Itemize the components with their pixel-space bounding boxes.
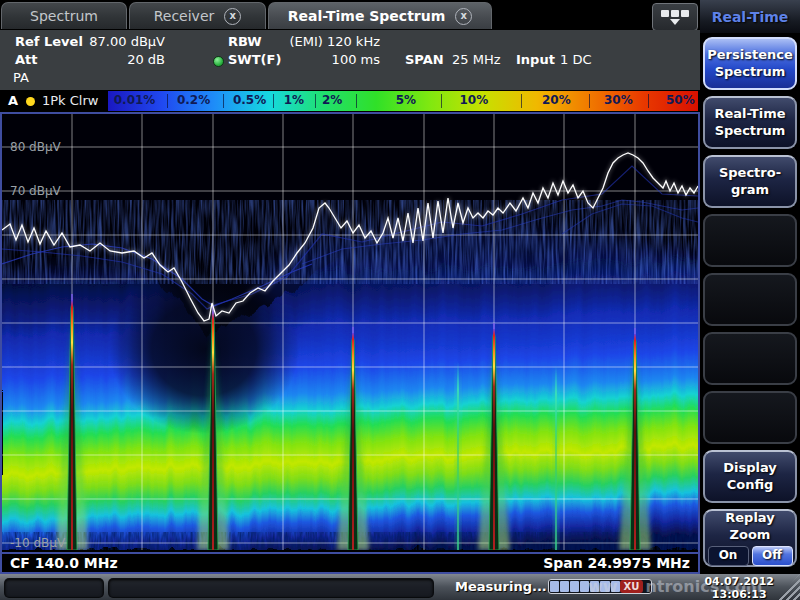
- softkey-softkey-5: [703, 273, 797, 326]
- date-text: 04.07.2012: [704, 576, 774, 589]
- ref-level-value: 87.00 dBµV: [70, 34, 165, 49]
- softkey-softkey-4: [703, 214, 797, 267]
- softkey-label: Spectro- gram: [719, 165, 781, 198]
- trace-bar: A 1Pk Clrw 0.01%0.2%0.5%1%2%5%10%20%30%5…: [0, 90, 700, 112]
- scale-label: 30%: [604, 93, 633, 107]
- resize-grip-icon: [776, 574, 800, 600]
- window-layout-button[interactable]: [652, 3, 698, 31]
- tab-close-icon[interactable]: x: [455, 8, 472, 25]
- svg-text:80 dBµV: 80 dBµV: [10, 140, 62, 154]
- scale-label: 0.01%: [114, 93, 156, 107]
- scale-label: 50%: [666, 93, 695, 107]
- sweep-led-icon: [213, 56, 224, 67]
- window-label: A: [8, 93, 18, 108]
- span-label: SPAN: [405, 52, 444, 67]
- scale-tick: [648, 94, 649, 108]
- softkey-replay-zoom[interactable]: Replay ZoomOnOff: [703, 509, 797, 567]
- status-bar: Measuring... 04.07.2012 13:06:13: [0, 574, 800, 600]
- softkey-real-time-spectrum[interactable]: Real-Time Spectrum: [703, 96, 797, 149]
- preamp-label: PA: [13, 70, 29, 85]
- frequency-axis-bar: CF 140.0 MHz Span 24.9975 MHz: [2, 552, 698, 572]
- softkey-display-config[interactable]: Display Config: [703, 450, 797, 503]
- scale-label: 0.2%: [177, 93, 210, 107]
- scale-label: 0.5%: [233, 93, 266, 107]
- measuring-status: Measuring...: [455, 579, 547, 594]
- svg-text:-10 dBµV: -10 dBµV: [10, 536, 66, 550]
- scale-tick: [521, 94, 522, 108]
- softkey-label: Persistence Spectrum: [707, 47, 793, 80]
- time-text: 13:06:13: [704, 589, 774, 600]
- toggle-on[interactable]: On: [708, 546, 749, 566]
- span-readout: Span 24.9975 MHz: [543, 555, 690, 571]
- tab-real-time-spectrum[interactable]: Real-Time Spectrumx: [268, 2, 492, 29]
- scale-label: 5%: [396, 93, 416, 107]
- tab-receiver[interactable]: Receiverx: [129, 2, 266, 29]
- span-value: 25 MHz: [452, 52, 501, 67]
- trace-mode-label: 1Pk Clrw: [42, 93, 98, 108]
- spectrum-display: 80 dBµV70 dBµV-10 dBµV CF 140.0 MHz Span…: [0, 112, 700, 574]
- window-grid-icon: [661, 10, 689, 17]
- spectrum-canvas: 80 dBµV70 dBµV-10 dBµV: [2, 114, 698, 550]
- softkey-label: Real-Time Spectrum: [714, 106, 785, 139]
- input-label: Input: [516, 52, 555, 67]
- att-label: Att: [15, 52, 38, 67]
- toggle-off[interactable]: Off: [752, 546, 793, 566]
- persistence-color-scale: 0.01%0.2%0.5%1%2%5%10%20%30%50%: [108, 91, 698, 111]
- scale-label: 1%: [284, 93, 304, 107]
- scale-tick: [356, 94, 357, 108]
- analyzer-screen: SpectrumReceiverxReal-Time Spectrumx Ref…: [0, 0, 800, 600]
- chevron-down-icon: [670, 19, 680, 25]
- tab-label: Spectrum: [30, 8, 98, 24]
- datetime-display: 04.07.2012 13:06:13: [704, 576, 774, 600]
- status-panel-1: [4, 578, 104, 598]
- softkey-spectrogram[interactable]: Spectro- gram: [703, 155, 797, 208]
- tab-close-icon[interactable]: x: [224, 8, 241, 25]
- scale-label: 10%: [459, 93, 488, 107]
- tab-label: Receiver: [154, 8, 215, 24]
- settings-header: Ref Level 87.00 dBµV RBW (EMI) 120 kHz A…: [0, 30, 700, 90]
- toggle-row: OnOff: [708, 546, 793, 566]
- tab-bar: SpectrumReceiverxReal-Time Spectrumx: [0, 0, 700, 30]
- status-panel-2: [108, 578, 434, 598]
- softkey-softkey-6: [703, 332, 797, 385]
- scale-tick: [441, 94, 442, 108]
- scale-tick: [589, 94, 590, 108]
- softkey-label: Display Config: [723, 460, 777, 493]
- scale-tick: [167, 94, 168, 108]
- tab-label: Real-Time Spectrum: [288, 8, 446, 24]
- att-value: 20 dB: [70, 52, 165, 67]
- trace-color-dot-icon: [26, 97, 35, 106]
- softkey-label: Replay Zoom: [725, 510, 774, 543]
- center-frequency: CF 140.0 MHz: [10, 555, 118, 571]
- softkey-softkey-7: [703, 391, 797, 444]
- rbw-value: (EMI) 120 kHz: [250, 34, 380, 49]
- scale-tick: [315, 94, 316, 108]
- softkey-menu-title: Real-Time: [700, 0, 800, 33]
- tab-spectrum[interactable]: Spectrum: [1, 2, 127, 29]
- swt-value: 100 ms: [250, 52, 380, 67]
- scale-label: 2%: [322, 93, 342, 107]
- sweep-progress-bar: [548, 579, 652, 594]
- scale-label: 20%: [542, 93, 571, 107]
- input-value: 1 DC: [560, 52, 592, 67]
- scale-tick: [223, 94, 224, 108]
- softkey-persistence-spectrum[interactable]: Persistence Spectrum: [703, 37, 797, 90]
- softkey-sidebar: Real-Time Persistence SpectrumReal-Time …: [700, 0, 800, 574]
- svg-text:70 dBµV: 70 dBµV: [10, 184, 62, 198]
- scale-tick: [273, 94, 274, 108]
